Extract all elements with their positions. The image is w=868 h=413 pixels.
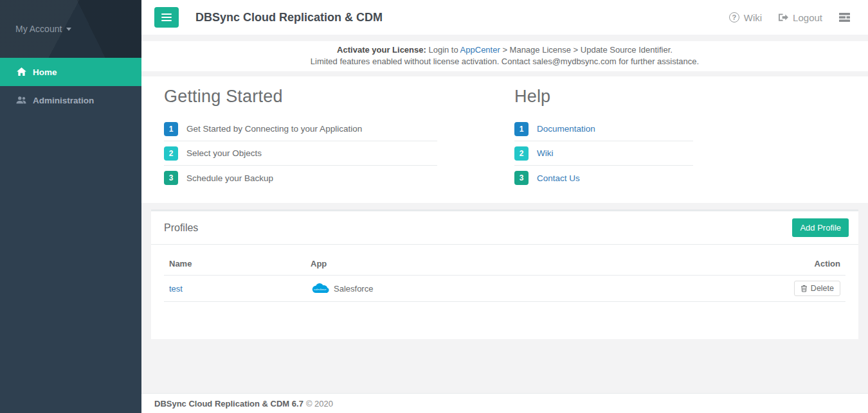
footer: DBSync Cloud Replication & CDM 6.7 © 202… [141, 393, 868, 413]
main-area: DBSync Cloud Replication & CDM ? Wiki Lo… [141, 0, 868, 413]
wiki-label: Wiki [744, 12, 762, 23]
profiles-table: Name App Action test [164, 252, 845, 302]
help-column: Help 1 Documentation 2 Wiki 3 Contact Us [514, 87, 693, 190]
help-item-contact-us: 3 Contact Us [514, 166, 693, 190]
sidebar-profile-header: My Account [0, 0, 141, 58]
table-row: test salesforce Salesfor [164, 276, 845, 302]
page-background-spacer [141, 339, 868, 393]
help-item-documentation: 1 Documentation [514, 117, 693, 141]
app-cell: salesforce Salesforce [311, 282, 770, 295]
sidebar-item-home[interactable]: Home [0, 58, 141, 86]
svg-text:salesforce: salesforce [314, 287, 327, 290]
my-account-dropdown[interactable]: My Account [15, 24, 71, 34]
tasks-icon[interactable] [839, 13, 850, 22]
getting-started-step-2: 2 Select your Objects [164, 141, 437, 166]
trash-icon [800, 285, 808, 292]
step-number-badge: 1 [164, 122, 178, 136]
license-banner-line1: Activate your License: Login to AppCente… [141, 44, 868, 56]
getting-started-column: Getting Started 1 Get Started by Connect… [164, 87, 437, 190]
profile-name-link[interactable]: test [169, 284, 183, 294]
step-number-badge: 3 [514, 171, 529, 185]
step-number-badge: 3 [164, 171, 178, 185]
sidebar-item-label: Home [33, 67, 57, 77]
users-icon [16, 95, 26, 105]
delete-button[interactable]: Delete [794, 281, 840, 296]
logout-label: Logout [793, 12, 822, 23]
appcenter-link[interactable]: AppCenter [460, 45, 500, 55]
getting-started-step-3: 3 Schedule your Backup [164, 166, 437, 190]
my-account-label: My Account [15, 24, 62, 34]
add-profile-button[interactable]: Add Profile [792, 218, 849, 237]
sidebar-item-label: Administration [33, 96, 94, 105]
profiles-panel-body: Name App Action test [151, 245, 858, 339]
logout-link[interactable]: Logout [779, 12, 822, 23]
getting-started-title: Getting Started [164, 87, 437, 107]
step-label: Get Started by Connecting to your Applic… [186, 124, 362, 134]
question-circle-icon: ? [729, 12, 739, 22]
step-label: Schedule your Backup [186, 173, 273, 183]
help-item-wiki: 2 Wiki [514, 141, 693, 166]
wiki-link[interactable]: ? Wiki [729, 12, 762, 23]
sidebar-toggle-button[interactable] [154, 7, 179, 28]
delete-button-label: Delete [811, 284, 834, 293]
help-title: Help [514, 87, 693, 107]
license-banner-line2: Limited features enabled without license… [141, 56, 868, 67]
topbar-right-nav: ? Wiki Logout [729, 12, 850, 23]
license-banner: Activate your License: Login to AppCente… [141, 41, 868, 71]
caret-down-icon [66, 28, 71, 31]
column-header-name: Name [164, 252, 305, 276]
sign-out-icon [779, 13, 788, 22]
column-header-app: App [305, 252, 775, 276]
step-number-badge: 2 [514, 146, 529, 161]
license-banner-bold: Activate your License: [337, 45, 426, 55]
wiki-help-link[interactable]: Wiki [537, 148, 554, 158]
salesforce-logo-icon: salesforce [311, 282, 330, 295]
page-title: DBSync Cloud Replication & CDM [195, 11, 383, 24]
profiles-title: Profiles [164, 222, 198, 234]
top-navbar: DBSync Cloud Replication & CDM ? Wiki Lo… [141, 0, 868, 35]
footer-copyright: © 2020 [306, 399, 333, 409]
sidebar-item-administration[interactable]: Administration [0, 86, 141, 114]
profiles-panel-header: Profiles Add Profile [151, 211, 858, 245]
app-name: Salesforce [334, 284, 373, 294]
home-icon [16, 67, 26, 77]
profiles-panel: Profiles Add Profile Name App Action tes… [151, 209, 858, 339]
footer-app-version: DBSync Cloud Replication & CDM 6.7 [154, 399, 303, 409]
getting-started-section: Getting Started 1 Get Started by Connect… [141, 76, 868, 203]
table-header-row: Name App Action [164, 252, 845, 276]
hamburger-icon [161, 13, 172, 15]
sidebar: My Account Home Administration [0, 0, 141, 413]
getting-started-step-1: 1 Get Started by Connecting to your Appl… [164, 117, 437, 141]
step-label: Select your Objects [186, 148, 262, 158]
step-number-badge: 2 [164, 146, 178, 161]
documentation-link[interactable]: Documentation [537, 124, 595, 134]
contact-us-link[interactable]: Contact Us [537, 173, 580, 183]
step-number-badge: 1 [514, 122, 529, 136]
column-header-action: Action [775, 252, 845, 276]
